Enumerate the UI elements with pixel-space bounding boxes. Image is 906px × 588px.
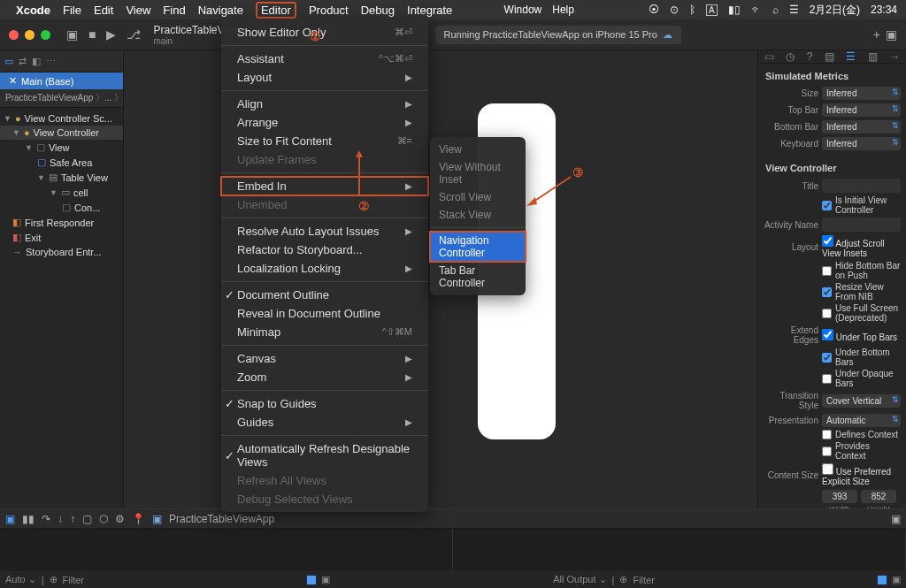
- menu-window[interactable]: Window: [504, 4, 542, 16]
- menu-navigate[interactable]: Navigate: [198, 4, 243, 17]
- menu-debug[interactable]: Debug: [361, 4, 395, 17]
- menu-zoom[interactable]: Zoom▶: [221, 368, 428, 386]
- stop-icon[interactable]: ■: [88, 27, 96, 42]
- debug-target-label[interactable]: PracticeTableViewApp: [169, 513, 274, 525]
- close-window-button[interactable]: [9, 30, 19, 40]
- output-scope-dropdown[interactable]: All Output ⌄: [553, 574, 606, 585]
- menu-resolve-auto-layout[interactable]: Resolve Auto Layout Issues▶: [221, 222, 428, 241]
- menu-align[interactable]: Align▶: [221, 95, 428, 113]
- menu-minimap[interactable]: Minimap^⇧⌘M: [221, 323, 428, 341]
- tree-cell[interactable]: ▼▭cell: [0, 185, 123, 200]
- menu-layout[interactable]: Layout▶: [221, 68, 428, 87]
- play-status-icon[interactable]: ⊙: [670, 4, 679, 16]
- breadcrumb[interactable]: PracticeTableViewApp 〉... 〉Main: [0, 89, 123, 108]
- under-bottom-checkbox[interactable]: [822, 353, 832, 363]
- environment-icon[interactable]: ⚙: [115, 513, 125, 525]
- menu-refactor-storyboard[interactable]: Refactor to Storyboard...: [221, 241, 428, 259]
- use-preferred-checkbox[interactable]: [822, 463, 833, 475]
- zoom-window-button[interactable]: [41, 30, 50, 40]
- variables-filter-icon[interactable]: ⊕: [50, 574, 58, 585]
- menu-localization-locking[interactable]: Localization Locking▶: [221, 259, 428, 278]
- line-status-icon[interactable]: ⦿: [649, 4, 659, 16]
- toggle-navigator-icon[interactable]: ▣: [66, 27, 78, 42]
- file-inspector-icon[interactable]: ▭: [764, 50, 774, 63]
- tree-first-responder[interactable]: ◧First Responder: [0, 215, 123, 230]
- bottombar-dropdown[interactable]: Inferred⇅: [822, 120, 901, 134]
- location-icon[interactable]: 📍: [132, 513, 145, 525]
- size-dropdown[interactable]: Inferred⇅: [822, 87, 901, 100]
- project-navigator-icon[interactable]: ▭: [4, 56, 13, 67]
- hide-bottom-checkbox[interactable]: [822, 266, 832, 276]
- use-full-checkbox[interactable]: [822, 309, 832, 318]
- scheme-icon[interactable]: ⎇: [127, 27, 141, 42]
- debug-toggle-icon[interactable]: ▣: [5, 513, 15, 525]
- hide-debug-icon[interactable]: ▣: [891, 513, 901, 525]
- add-tab-icon[interactable]: +: [873, 27, 880, 42]
- menubar-date[interactable]: 2月2日(金): [810, 3, 860, 18]
- variables-filter-input[interactable]: Filter: [63, 575, 84, 585]
- library-icon[interactable]: ▣: [886, 27, 897, 42]
- menu-edit[interactable]: Edit: [94, 4, 113, 17]
- menu-auto-refresh[interactable]: ✓Automatically Refresh Designable Views: [221, 439, 428, 471]
- tree-storyboard-entry[interactable]: →Storyboard Entr...: [0, 245, 123, 259]
- menubar-time[interactable]: 23:34: [871, 4, 897, 16]
- wifi-icon[interactable]: ᯤ: [751, 4, 762, 16]
- tree-table-view[interactable]: ▼▤Table View: [0, 170, 123, 185]
- resize-nib-checkbox[interactable]: [822, 287, 832, 297]
- menu-guides[interactable]: Guides▶: [221, 413, 428, 431]
- memory-graph-icon[interactable]: ⬡: [99, 513, 108, 525]
- height-input[interactable]: 852: [861, 490, 896, 503]
- tree-view-controller[interactable]: ▼●View Controller: [0, 126, 123, 140]
- connections-inspector-icon[interactable]: →: [889, 50, 900, 63]
- menu-embed-in[interactable]: Embed In▶: [221, 177, 428, 195]
- search-icon[interactable]: ⌕: [772, 4, 779, 16]
- attributes-inspector-icon[interactable]: ☰: [846, 50, 856, 63]
- menu-view[interactable]: View: [126, 4, 150, 17]
- inspector-tabs[interactable]: ▭ ◷ ? ▤ ☰ ▥ →: [758, 50, 906, 64]
- control-center-icon[interactable]: ☰: [789, 4, 799, 16]
- input-source-icon[interactable]: A: [706, 4, 718, 16]
- step-out-icon[interactable]: ↑: [70, 513, 75, 525]
- menu-reveal-outline[interactable]: Reveal in Document Outline: [221, 304, 428, 323]
- console-filter-input[interactable]: Filter: [633, 575, 654, 585]
- console-filter-icon[interactable]: ⊕: [619, 574, 627, 585]
- presentation-dropdown[interactable]: Automatic⇅: [822, 414, 901, 427]
- adjust-scroll-checkbox[interactable]: [822, 235, 833, 247]
- topbar-dropdown[interactable]: Inferred⇅: [822, 103, 901, 117]
- tree-safe-area[interactable]: ▢Safe Area: [0, 155, 123, 170]
- menu-show-editor-only[interactable]: Show Editor Only⌘⏎: [221, 23, 428, 42]
- menu-arrange[interactable]: Arrange▶: [221, 113, 428, 132]
- tree-content[interactable]: ▢Con...: [0, 200, 123, 215]
- bluetooth-icon[interactable]: ᛒ: [689, 4, 695, 16]
- console-view[interactable]: [453, 529, 906, 569]
- menu-product[interactable]: Product: [309, 4, 349, 17]
- app-menu[interactable]: Xcode: [16, 4, 50, 17]
- tree-view[interactable]: ▼▢View: [0, 140, 123, 155]
- size-inspector-icon[interactable]: ▥: [868, 50, 878, 63]
- console-scroll-icon[interactable]: ▣: [321, 574, 330, 585]
- console-toggle-2-icon[interactable]: ▣: [892, 574, 901, 585]
- run-icon[interactable]: ▶: [106, 27, 116, 42]
- tree-exit[interactable]: ◧Exit: [0, 230, 123, 245]
- interface-builder-canvas[interactable]: [124, 50, 757, 566]
- file-tab-main[interactable]: ✕ Main (Base): [0, 73, 123, 89]
- menu-assistant[interactable]: Assistant^⌥⌘⏎: [221, 50, 428, 68]
- menu-canvas[interactable]: Canvas▶: [221, 349, 428, 368]
- pause-icon[interactable]: ▮▮: [22, 513, 35, 525]
- identity-inspector-icon[interactable]: ▤: [825, 50, 834, 63]
- battery-icon[interactable]: ▮▯: [728, 4, 741, 16]
- menu-editor[interactable]: Editor: [256, 2, 296, 19]
- provides-context-checkbox[interactable]: [822, 447, 832, 456]
- submenu-tab-bar-controller[interactable]: Tab Bar Controller: [430, 262, 526, 292]
- under-top-checkbox[interactable]: [822, 329, 833, 340]
- is-initial-checkbox[interactable]: [822, 201, 832, 210]
- console-clear-icon[interactable]: [307, 576, 316, 584]
- keyboard-dropdown[interactable]: Inferred⇅: [822, 137, 901, 150]
- title-input[interactable]: [822, 179, 901, 193]
- menu-file[interactable]: File: [63, 4, 81, 17]
- step-over-icon[interactable]: ↷: [42, 513, 50, 525]
- menu-snap-to-guides[interactable]: ✓Snap to Guides: [221, 394, 428, 413]
- auto-scope-dropdown[interactable]: Auto ⌄: [5, 574, 36, 585]
- history-inspector-icon[interactable]: ◷: [786, 50, 795, 63]
- width-input[interactable]: 393: [822, 490, 857, 503]
